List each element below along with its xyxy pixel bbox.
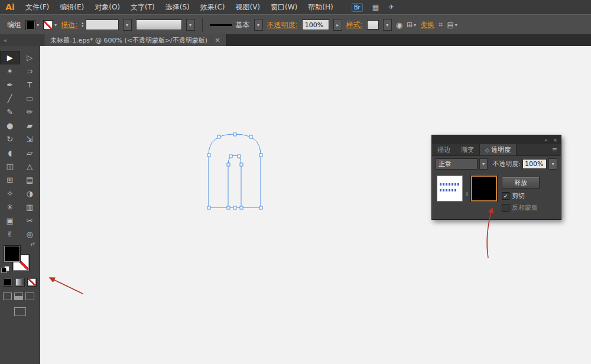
column-graph-tool[interactable]: ▥ bbox=[20, 200, 40, 214]
rectangle-tool[interactable]: ▭ bbox=[20, 92, 40, 105]
hand-tool[interactable]: ✌ bbox=[0, 228, 20, 241]
fill-color-swatch[interactable] bbox=[4, 246, 20, 262]
perspective-grid-tool[interactable]: △ bbox=[20, 160, 40, 173]
draw-behind-button[interactable] bbox=[14, 292, 23, 300]
panel-opacity-field[interactable]: 100% bbox=[522, 159, 547, 169]
workspace-switcher-icon[interactable]: ▦ bbox=[372, 3, 379, 11]
line-segment-tool[interactable]: ╱ bbox=[0, 92, 20, 105]
stroke-color-control[interactable]: ▾ bbox=[43, 20, 57, 30]
eyedropper-tool[interactable]: ✧ bbox=[0, 187, 20, 200]
toolbar-collapse-icon[interactable]: « bbox=[0, 34, 44, 46]
direct-selection-tool[interactable]: ▷ bbox=[20, 51, 40, 64]
rotate-tool[interactable]: ↻ bbox=[0, 132, 20, 146]
clip-checkbox[interactable]: ✓ bbox=[502, 192, 509, 200]
gradient-tool[interactable]: ▤ bbox=[20, 173, 40, 187]
release-button[interactable]: 释放 bbox=[502, 177, 540, 188]
document-tab[interactable]: 未标题-1.eps* @ 600% (<不透明蒙版>/不透明蒙版) × bbox=[44, 34, 227, 46]
recolor-artwork-icon[interactable]: ◉ bbox=[396, 21, 402, 30]
swap-fill-stroke-icon[interactable]: ⇄ bbox=[30, 241, 35, 247]
invert-checkbox-row[interactable]: 反相蒙版 bbox=[502, 203, 540, 212]
menu-item-1[interactable]: 编辑(E) bbox=[54, 0, 89, 14]
width-profile-dropdown[interactable] bbox=[136, 20, 182, 30]
draw-inside-button[interactable] bbox=[25, 292, 34, 300]
menu-item-0[interactable]: 文件(F) bbox=[20, 0, 54, 14]
canvas[interactable]: « × 描边 渐变 ◇ 透明度 ≡ 正常 ▾ bbox=[40, 46, 591, 364]
crop-marks-icon[interactable]: ⌗ bbox=[439, 20, 443, 30]
chevron-down-icon[interactable]: ▾ bbox=[54, 22, 57, 28]
style-swatch[interactable] bbox=[367, 20, 379, 30]
slice-tool[interactable]: ✂ bbox=[20, 214, 40, 228]
default-colors-icon[interactable] bbox=[1, 266, 10, 274]
screen-mode-button[interactable] bbox=[14, 307, 26, 316]
artwork-thumbnail[interactable] bbox=[437, 176, 463, 202]
menu-item-7[interactable]: 窗口(W) bbox=[265, 0, 303, 14]
panel-collapse-icon[interactable]: « bbox=[544, 137, 548, 143]
tab-close-icon[interactable]: × bbox=[215, 36, 220, 44]
more-options-button[interactable]: ▤ ▾ bbox=[447, 21, 457, 29]
selection-tool[interactable]: ▶ bbox=[0, 51, 20, 64]
pencil-tool[interactable]: ✏ bbox=[20, 105, 40, 119]
scale-tool[interactable]: ⇲ bbox=[20, 132, 40, 146]
chevron-down-icon[interactable]: ▾ bbox=[37, 22, 39, 28]
zoom-tool[interactable]: ◎ bbox=[20, 228, 40, 241]
gradient-button[interactable] bbox=[15, 278, 24, 287]
panel-tab-gradient[interactable]: 渐变 bbox=[456, 144, 479, 155]
lasso-tool[interactable]: ⊃ bbox=[20, 64, 40, 78]
pen-tool[interactable]: ✒ bbox=[0, 78, 20, 92]
share-icon[interactable]: ✈ bbox=[388, 3, 394, 11]
panel-menu-icon[interactable]: ≡ bbox=[548, 144, 561, 155]
menu-item-3[interactable]: 文字(T) bbox=[125, 0, 160, 14]
clip-checkbox-row[interactable]: ✓ 剪切 bbox=[502, 191, 540, 200]
stroke-link[interactable]: 描边: bbox=[61, 20, 77, 30]
menu-item-5[interactable]: 效果(C) bbox=[195, 0, 230, 14]
mask-thumbnail[interactable] bbox=[471, 176, 497, 202]
panel-close-icon[interactable]: × bbox=[553, 137, 557, 143]
panel-opacity-dropdown-icon[interactable]: ▾ bbox=[548, 158, 557, 170]
stroke-weight-field[interactable] bbox=[86, 20, 119, 30]
chevron-down-icon: ▾ bbox=[455, 22, 457, 28]
panel-tab-transparency[interactable]: ◇ 透明度 bbox=[479, 144, 517, 155]
draw-normal-button[interactable] bbox=[3, 292, 12, 300]
width-tool[interactable]: ◖ bbox=[0, 146, 20, 160]
menu-item-8[interactable]: 帮助(H) bbox=[303, 0, 338, 14]
align-options-button[interactable]: ⊞ ▾ bbox=[407, 21, 416, 29]
shape-builder-tool[interactable]: ◫ bbox=[0, 160, 20, 173]
mesh-tool[interactable]: ⊞ bbox=[0, 173, 20, 187]
width-profile-dropdown-icon[interactable]: ▾ bbox=[186, 19, 195, 31]
menu-item-6[interactable]: 视图(V) bbox=[230, 0, 265, 14]
stroke-weight-stepper[interactable]: ▴ ▾ bbox=[82, 22, 84, 28]
type-tool[interactable]: T bbox=[20, 78, 40, 92]
fill-color-control[interactable]: ▾ bbox=[25, 20, 39, 30]
paintbrush-tool[interactable]: ✎ bbox=[0, 105, 20, 119]
opacity-link[interactable]: 不透明度: bbox=[267, 20, 298, 30]
menu-item-4[interactable]: 选择(S) bbox=[160, 0, 195, 14]
style-link[interactable]: 样式: bbox=[346, 20, 363, 30]
menu-item-2[interactable]: 对象(O) bbox=[89, 0, 125, 14]
free-transform-tool[interactable]: ▱ bbox=[20, 146, 40, 160]
blend-mode-dropdown[interactable]: 正常 bbox=[436, 158, 478, 170]
blend-mode-dropdown-icon[interactable]: ▾ bbox=[479, 158, 488, 170]
brush-definition-dropdown[interactable]: 基本 bbox=[210, 20, 250, 30]
magic-wand-tool[interactable]: ✶ bbox=[0, 64, 20, 78]
invert-mask-label: 反相蒙版 bbox=[512, 203, 538, 212]
spinner-down-icon[interactable]: ▾ bbox=[82, 25, 84, 28]
invert-mask-checkbox[interactable] bbox=[502, 204, 509, 212]
none-button[interactable] bbox=[27, 278, 37, 287]
artboard-tool[interactable]: ▣ bbox=[0, 214, 20, 228]
stroke-weight-dropdown-icon[interactable]: ▾ bbox=[123, 19, 132, 31]
style-dropdown-icon[interactable]: ▾ bbox=[383, 19, 392, 31]
stroke-swatch[interactable] bbox=[43, 20, 53, 30]
bridge-button[interactable]: Br bbox=[352, 3, 363, 12]
transform-link[interactable]: 变换 bbox=[420, 20, 434, 30]
blob-brush-tool[interactable]: ● bbox=[0, 119, 20, 132]
blend-tool[interactable]: ◑ bbox=[20, 187, 40, 200]
fill-swatch[interactable] bbox=[25, 20, 35, 30]
eraser-tool[interactable]: ▰ bbox=[20, 119, 40, 132]
brush-dropdown-icon[interactable]: ▾ bbox=[254, 19, 263, 31]
color-button[interactable] bbox=[3, 278, 12, 287]
symbol-sprayer-tool[interactable]: ✳ bbox=[0, 200, 20, 214]
opacity-field[interactable]: 100% bbox=[302, 20, 329, 30]
opacity-flyout-icon[interactable]: ▸ bbox=[333, 19, 342, 31]
panel-tab-stroke[interactable]: 描边 bbox=[432, 144, 456, 155]
type-tool-icon: T bbox=[27, 80, 32, 89]
